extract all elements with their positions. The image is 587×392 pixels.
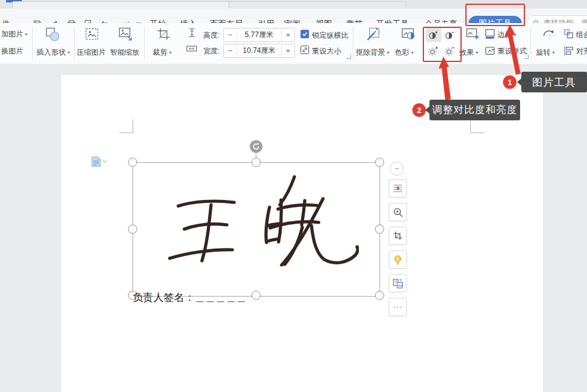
margin-mark	[119, 119, 133, 133]
width-increase-button[interactable]: +	[282, 44, 294, 57]
height-value[interactable]: 5.77厘米	[237, 29, 282, 41]
reset-size-button[interactable]: 重设大小	[312, 46, 341, 57]
more-options-button[interactable]: ···	[389, 298, 407, 316]
insert-shape-icon	[44, 26, 60, 42]
rotate-icon	[541, 27, 557, 43]
rotate-button[interactable]: 旋转	[536, 47, 555, 58]
width-stepper[interactable]: − 10.74厘米 +	[223, 44, 295, 58]
color-button[interactable]: 色彩	[395, 47, 414, 58]
resize-handle-n[interactable]	[252, 158, 261, 167]
handwritten-signature	[140, 166, 359, 294]
lock-aspect-checkbox[interactable]	[300, 30, 309, 38]
beautify-button[interactable]	[389, 250, 407, 269]
crop-button-floating[interactable]	[389, 227, 407, 245]
effects-button[interactable]: 效果	[459, 47, 478, 58]
resize-handle-ne[interactable]	[375, 158, 384, 167]
smart-scale-icon	[117, 26, 133, 42]
rotate-handle[interactable]	[250, 140, 263, 153]
border-icon	[485, 29, 495, 41]
tooltip-notch	[425, 106, 429, 114]
layout-options-button[interactable]	[91, 156, 106, 170]
group-button[interactable]: 组合	[576, 30, 587, 40]
step-1-tooltip: 图片工具	[521, 72, 587, 92]
step-1-tooltip-label: 图片工具	[532, 75, 576, 89]
height-label: 高度:	[203, 30, 220, 41]
collapse-toolbar-button[interactable]: −	[390, 162, 404, 176]
smart-scale-button[interactable]: 智能缩放	[110, 47, 139, 58]
width-decrease-button[interactable]: −	[224, 44, 237, 57]
signature-label: 负责人签名：	[133, 292, 195, 303]
group-expand-mark	[347, 55, 351, 59]
resize-handle-se[interactable]	[375, 291, 384, 300]
annotation-box-adjust-buttons	[423, 27, 462, 62]
reset-size-icon	[300, 45, 310, 57]
compress-picture-button[interactable]: 压缩图片	[77, 47, 106, 58]
ribbon-picture-tools: 加图片 换图片 插入形状 压缩图片 智能缩放 裁剪 高度: − 5.77厘米 +…	[0, 23, 587, 64]
effects-icon	[465, 26, 481, 42]
signature-caption: 负责人签名：＿＿＿＿＿	[133, 291, 246, 304]
align-button[interactable]: 对齐	[576, 46, 587, 57]
width-icon	[186, 44, 197, 55]
height-stepper[interactable]: − 5.77厘米 +	[223, 28, 295, 42]
replace-picture-button-floating[interactable]	[389, 274, 407, 292]
group-icon	[563, 29, 574, 41]
step-2-tooltip-label: 调整对比度和亮度	[432, 103, 518, 117]
height-decrease-button[interactable]: −	[224, 29, 237, 41]
lock-aspect-label[interactable]: 锁定纵横比	[312, 30, 349, 41]
document-page[interactable]: − ··· 负责人签名：＿＿＿＿＿	[61, 75, 543, 392]
group-expand-mark	[524, 55, 529, 59]
step-2-tooltip: 调整对比度和亮度	[429, 100, 520, 120]
insert-shape-button[interactable]: 插入形状	[36, 47, 70, 58]
resize-handle-w[interactable]	[128, 225, 137, 234]
align-icon	[563, 46, 574, 58]
border-button[interactable]: 边框	[498, 30, 516, 40]
signature-underline: ＿＿＿＿＿	[195, 292, 246, 303]
width-value[interactable]: 10.74厘米	[237, 44, 282, 57]
margin-mark	[470, 119, 484, 133]
remove-background-button[interactable]: 抠除背景	[356, 47, 389, 58]
annotation-box-picture-tools	[465, 4, 525, 26]
replace-picture-button[interactable]: 换图片	[1, 46, 23, 57]
resize-handle-e[interactable]	[375, 225, 384, 234]
add-picture-button[interactable]: 加图片	[1, 29, 27, 40]
text-wrap-button[interactable]	[389, 179, 407, 198]
reset-style-icon	[485, 46, 495, 58]
width-label: 宽度:	[203, 46, 220, 57]
step-2-badge: 2	[412, 103, 426, 117]
compress-picture-icon	[84, 26, 100, 42]
remove-background-icon	[365, 26, 381, 42]
reset-style-button[interactable]: 重设样式	[498, 46, 527, 57]
zoom-button[interactable]	[389, 203, 407, 221]
tooltip-notch	[517, 78, 521, 86]
color-icon	[400, 26, 416, 42]
resize-handle-s[interactable]	[252, 291, 261, 300]
height-increase-button[interactable]: +	[282, 29, 294, 41]
crop-button[interactable]: 裁剪	[153, 47, 172, 58]
resize-handle-nw[interactable]	[128, 158, 137, 167]
crop-icon	[156, 26, 172, 42]
height-icon	[187, 28, 196, 40]
step-1-badge: 1	[503, 75, 516, 89]
